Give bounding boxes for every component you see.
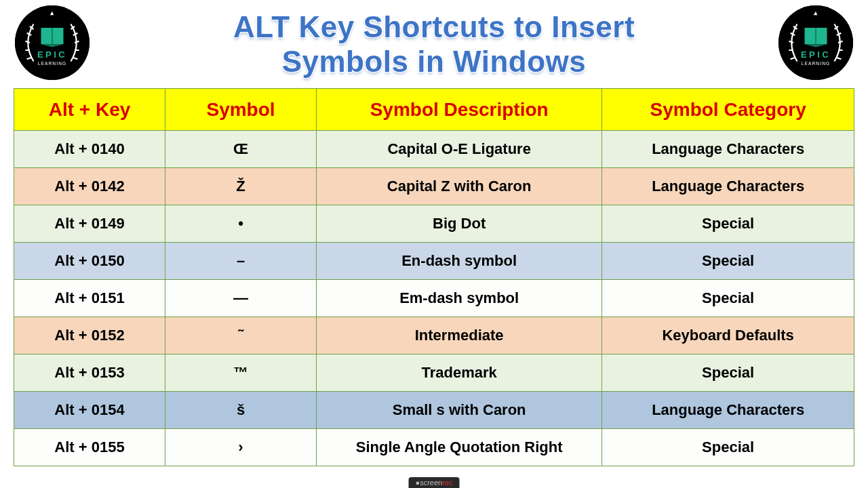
cell-alt: Alt + 0142 [14,168,165,205]
laurel-book-icon: EPIC LEARNING [778,5,853,80]
table-row: Alt + 0149•Big DotSpecial [14,205,854,243]
cell-sym: › [165,429,317,466]
shortcuts-table: Alt + Key Symbol Symbol Description Symb… [14,88,854,466]
cell-cat: Keyboard Defaults [602,317,854,354]
cell-desc: Em-dash symbol [317,280,602,317]
table-row: Alt + 0154šSmall s with CaronLanguage Ch… [14,392,854,429]
cell-sym: – [165,243,317,280]
table-row: Alt + 0150–En-dash symbolSpecial [14,243,854,280]
table-header-row: Alt + Key Symbol Symbol Description Symb… [14,89,854,131]
cell-cat: Language Characters [602,131,854,168]
cell-desc: Intermediate [317,317,602,354]
cell-cat: Special [602,280,854,317]
cell-alt: Alt + 0149 [14,205,165,243]
cell-sym: ˜ [165,317,317,354]
header-symbol: Symbol [165,89,317,131]
page-title: ALT Key Shortcuts to Insert Symbols in W… [233,10,635,79]
cell-cat: Special [602,354,854,392]
cell-cat: Language Characters [602,168,854,205]
cell-cat: Special [602,429,854,466]
title-line-1: ALT Key Shortcuts to Insert [233,10,635,43]
cell-sym: • [165,205,317,243]
cell-desc: Big Dot [317,205,602,243]
header: EPIC LEARNING ALT Key Shortcuts to Inser… [0,0,868,88]
cell-desc: Capital O-E Ligature [317,131,602,168]
table-row: Alt + 0152˜IntermediateKeyboard Defaults [14,317,854,354]
table-container: Alt + Key Symbol Symbol Description Symb… [0,88,868,466]
watermark: ●screenrec [409,477,460,488]
table-body: Alt + 0140ŒCapital O-E LigatureLanguage … [14,131,854,466]
svg-text:EPIC: EPIC [37,49,67,60]
logo-right: EPIC LEARNING [778,5,853,80]
watermark-rec: rec [442,479,452,487]
cell-desc: Capital Z with Caron [317,168,602,205]
cell-desc: Single Angle Quotation Right [317,429,602,466]
table-row: Alt + 0140ŒCapital O-E LigatureLanguage … [14,131,854,168]
cell-alt: Alt + 0154 [14,392,165,429]
cell-sym: Ž [165,168,317,205]
laurel-book-icon: EPIC LEARNING [15,5,90,80]
title-line-2: Symbols in Windows [282,45,587,78]
logo-left: EPIC LEARNING [15,5,90,80]
cell-alt: Alt + 0150 [14,243,165,280]
header-category: Symbol Category [602,89,854,131]
cell-alt: Alt + 0152 [14,317,165,354]
header-altkey: Alt + Key [14,89,165,131]
cell-alt: Alt + 0140 [14,131,165,168]
cell-cat: Language Characters [602,392,854,429]
svg-text:LEARNING: LEARNING [802,61,831,66]
cell-cat: Special [602,243,854,280]
header-description: Symbol Description [317,89,602,131]
cell-desc: Trademark [317,354,602,392]
cell-alt: Alt + 0151 [14,280,165,317]
svg-text:LEARNING: LEARNING [38,61,67,66]
cell-sym: ™ [165,354,317,392]
table-row: Alt + 0151—Em-dash symbolSpecial [14,280,854,317]
cell-sym: š [165,392,317,429]
svg-text:EPIC: EPIC [801,49,831,60]
table-row: Alt + 0142ŽCapital Z with CaronLanguage … [14,168,854,205]
cell-sym: Œ [165,131,317,168]
cell-cat: Special [602,205,854,243]
table-row: Alt + 0153™TrademarkSpecial [14,354,854,392]
cell-desc: Small s with Caron [317,392,602,429]
cell-alt: Alt + 0153 [14,354,165,392]
table-row: Alt + 0155›Single Angle Quotation RightS… [14,429,854,466]
watermark-pre: ●screen [416,479,443,487]
cell-alt: Alt + 0155 [14,429,165,466]
cell-sym: — [165,280,317,317]
cell-desc: En-dash symbol [317,243,602,280]
